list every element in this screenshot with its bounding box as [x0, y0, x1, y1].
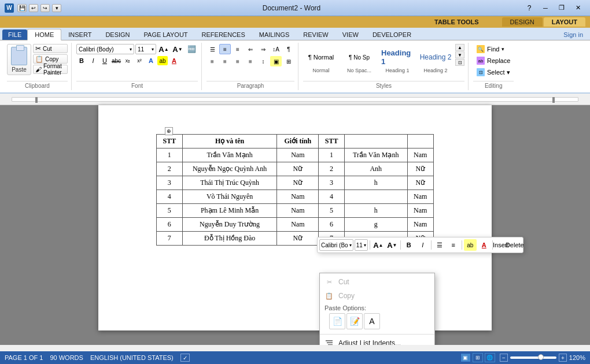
mini-numbering-btn[interactable]: ≡	[447, 239, 460, 251]
tab-home[interactable]: HOME	[27, 29, 61, 40]
tab-insert[interactable]: INSERT	[61, 29, 98, 40]
strikethrough-btn[interactable]: abc	[111, 56, 121, 65]
subscript-btn[interactable]: x₂	[123, 56, 133, 65]
tab-references[interactable]: REFERENCES	[195, 29, 252, 40]
clear-formatting-btn[interactable]: 🆓	[185, 44, 198, 54]
multilevel-btn[interactable]: ≡	[232, 44, 244, 54]
web-layout-btn[interactable]: 🌐	[485, 353, 495, 362]
minimize-btn[interactable]: ─	[538, 3, 553, 13]
tab-developer[interactable]: DEVELOPER	[366, 29, 418, 40]
borders-btn[interactable]: ⊞	[283, 56, 294, 66]
select-btn[interactable]: ⊡ Select ▾	[473, 67, 514, 77]
superscript-btn[interactable]: x²	[134, 56, 145, 65]
styles-label: Styles	[303, 81, 464, 90]
help-btn[interactable]: ?	[522, 3, 537, 13]
line-spacing-btn[interactable]: ↕	[257, 56, 269, 66]
save-btn[interactable]: 💾	[17, 4, 27, 12]
tab-file[interactable]: FILE	[2, 29, 27, 40]
font-size-select[interactable]: 11 ▾	[135, 44, 156, 54]
clipboard-label: Clipboard	[7, 81, 68, 90]
mini-italic-btn[interactable]: I	[416, 239, 429, 251]
increase-font-btn[interactable]: A▲	[157, 44, 170, 54]
tab-review[interactable]: REVIEW	[296, 29, 335, 40]
replace-btn[interactable]: ab Replace	[473, 55, 514, 66]
zoom-slider[interactable]	[510, 356, 556, 359]
styles-scroll-down[interactable]: ▼	[455, 51, 464, 58]
fullscreen-btn[interactable]: ⊞	[473, 353, 483, 362]
mini-font-size[interactable]: 11 ▾	[355, 239, 368, 251]
underline-btn[interactable]: U	[99, 56, 110, 65]
window-controls: ? ─ ❐ ✕	[522, 3, 585, 13]
increase-indent-btn[interactable]: ⇒	[257, 44, 269, 54]
table-handle[interactable]: ⊕	[165, 127, 173, 135]
table-row: 2 Nguyễn Ngọc Quỳnh Anh Nữ 2 Anh Nữ	[157, 162, 434, 176]
paste-option-1[interactable]: 📄	[329, 313, 345, 329]
italic-btn[interactable]: I	[88, 56, 98, 65]
shading-btn[interactable]: ▣	[270, 56, 282, 66]
zoom-out-btn[interactable]: −	[500, 354, 508, 362]
format-painter-btn[interactable]: 🖌Format Painter	[33, 65, 68, 74]
font-group: Calibri (Body) ▾ 11 ▾ A▲ A▼ 🆓 B I U abc …	[73, 43, 202, 90]
cut-btn[interactable]: ✂Cut	[33, 44, 68, 53]
find-btn[interactable]: 🔍 Find ▾	[473, 44, 508, 54]
style-heading1[interactable]: Heading 1 Heading 1	[379, 44, 415, 76]
redo-btn[interactable]: ↪	[40, 4, 50, 12]
tab-page-layout[interactable]: PAGE LAYOUT	[137, 29, 195, 40]
mini-font-name[interactable]: Calibri (Bo ▾	[319, 239, 353, 251]
styles-expand[interactable]: ⊡	[455, 59, 464, 66]
font-content: Calibri (Body) ▾ 11 ▾ A▲ A▼ 🆓 B I U abc …	[76, 43, 198, 81]
tab-view[interactable]: VIEW	[335, 29, 366, 40]
center-btn[interactable]: ≡	[219, 56, 231, 66]
bullets-btn[interactable]: ☰	[207, 44, 218, 54]
font-color-btn[interactable]: A	[169, 56, 179, 65]
tab-design[interactable]: DESIGN	[98, 29, 137, 40]
align-left-btn[interactable]: ≡	[207, 56, 218, 66]
mini-bold-btn[interactable]: B	[403, 239, 415, 251]
show-marks-btn[interactable]: ¶	[283, 44, 294, 54]
spell-check-icon[interactable]: ✓	[180, 354, 190, 362]
justify-btn[interactable]: ≡	[245, 56, 256, 66]
style-normal[interactable]: ¶ Normal Normal	[303, 44, 339, 76]
find-icon: 🔍	[477, 45, 485, 53]
cm-adjust-list[interactable]: Adjust List Indents...	[320, 336, 434, 345]
tab-layout[interactable]: LAYOUT	[544, 17, 585, 27]
bold-btn[interactable]: B	[76, 56, 87, 65]
style-no-spacing[interactable]: ¶ No Sp No Spac...	[341, 44, 377, 76]
paste-option-2[interactable]: 📝	[346, 313, 363, 329]
sign-in-btn[interactable]: Sign in	[559, 29, 588, 40]
text-effects-btn[interactable]: A	[146, 56, 156, 65]
paragraph-content: ☰ ≡ ≡ ⇐ ⇒ ↕A ¶ ≡ ≡ ≡ ≡ ↕ ▣ ⊞	[207, 43, 294, 81]
mini-shrink-btn[interactable]: A▼	[386, 239, 399, 251]
customize-btn[interactable]: ▾	[52, 4, 61, 12]
style-heading2[interactable]: Heading 2 Heading 2	[418, 44, 453, 76]
cut-icon: ✂	[325, 277, 334, 287]
clipboard-group: Paste ✂Cut 📋Copy 🖌Format Painter Clipboa…	[3, 43, 72, 90]
cm-cut[interactable]: ✂ Cut	[320, 275, 434, 289]
font-name-select[interactable]: Calibri (Body) ▾	[76, 44, 134, 54]
restore-btn[interactable]: ❐	[554, 3, 569, 13]
tab-design[interactable]: DESIGN	[502, 17, 543, 27]
copy-btn[interactable]: 📋Copy	[33, 54, 68, 64]
print-layout-btn[interactable]: ▣	[460, 353, 471, 362]
sort-btn[interactable]: ↕A	[270, 44, 282, 54]
highlight-btn[interactable]: ab	[157, 56, 168, 65]
cm-copy[interactable]: 📋 Copy	[320, 289, 434, 303]
zoom-in-btn[interactable]: +	[559, 354, 567, 362]
mini-highlight-btn[interactable]: ab	[464, 239, 477, 251]
close-btn[interactable]: ✕	[570, 3, 585, 13]
decrease-font-btn[interactable]: A▼	[171, 44, 184, 54]
mini-delete-btn[interactable]: Delete	[508, 239, 521, 251]
styles-scroll-up[interactable]: ▲	[455, 44, 464, 51]
paste-button[interactable]: Paste	[7, 44, 31, 75]
ruler-marker-right	[552, 97, 555, 103]
mini-grow-btn[interactable]: A▲	[372, 239, 385, 251]
paste-option-3[interactable]: A	[364, 313, 380, 329]
ruler-bar	[12, 97, 578, 102]
mini-font-color-btn[interactable]: A	[478, 239, 491, 251]
mini-bullets-btn[interactable]: ☰	[433, 239, 446, 251]
numbering-btn[interactable]: ≡	[219, 44, 231, 54]
tab-mailings[interactable]: MAILINGS	[252, 29, 297, 40]
undo-btn[interactable]: ↩	[29, 4, 38, 12]
align-right-btn[interactable]: ≡	[232, 56, 244, 66]
decrease-indent-btn[interactable]: ⇐	[245, 44, 256, 54]
